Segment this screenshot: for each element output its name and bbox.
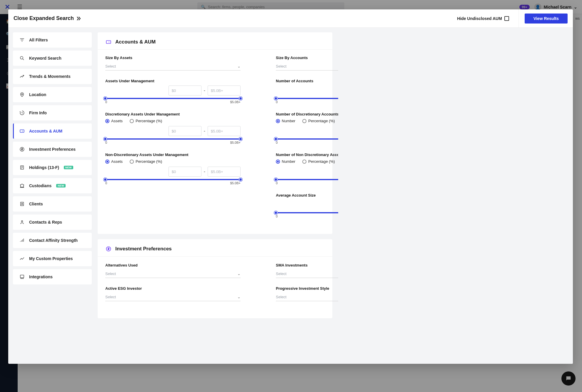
- num-disc-radio-number[interactable]: Number: [276, 119, 295, 123]
- range-dash: -: [204, 88, 205, 93]
- num-ndisc-slider[interactable]: [276, 179, 338, 180]
- holdings-icon: [19, 165, 25, 170]
- sidebar-item-affinity[interactable]: Contact Affinity Strength: [13, 233, 92, 248]
- history-icon: [19, 110, 25, 116]
- card-title: Accounts & AUM: [115, 39, 156, 45]
- slider-min: 0: [105, 141, 107, 144]
- sidebar-item-custom-properties[interactable]: My Custom Properties: [13, 251, 92, 266]
- slider-handle-right[interactable]: [239, 178, 242, 181]
- filter-icon: [19, 37, 25, 43]
- radio-icon: [276, 160, 280, 164]
- sidebar-item-holdings[interactable]: Holdings (13-F) NEW: [13, 160, 92, 175]
- ndisc-radio-assets[interactable]: Assets: [105, 159, 123, 164]
- num-accounts-field: Number of Accounts - 01000+: [276, 79, 338, 104]
- modal-overlay: Close Expanded Search Hide Undisclosed A…: [0, 0, 582, 392]
- size-by-accounts-field: Size By Accounts Select ⌄: [276, 56, 338, 71]
- disc-slider[interactable]: [105, 138, 241, 140]
- sidebar-item-label: Accounts & AUM: [29, 129, 62, 133]
- ndisc-max-input[interactable]: [208, 167, 241, 177]
- divider: [518, 9, 519, 28]
- slider-handle-left[interactable]: [104, 97, 107, 100]
- radio-icon: [105, 160, 109, 164]
- size-by-assets-select[interactable]: Select ⌄: [105, 62, 241, 71]
- filter-sidebar: All Filters Keyword Search Trends & Move…: [8, 28, 96, 364]
- disc-min-input[interactable]: [169, 126, 201, 136]
- slider-handle-right[interactable]: [239, 97, 242, 100]
- sidebar-item-clients[interactable]: Clients: [13, 196, 92, 212]
- field-label: Number of Discretionary Accounts: [276, 112, 338, 116]
- sidebar-item-label: Contacts & Reps: [29, 220, 62, 225]
- num-ndisc-radio-percentage[interactable]: Percentage (%): [302, 159, 335, 164]
- alternatives-used-select[interactable]: Select ⌄: [105, 270, 241, 278]
- ndisc-slider[interactable]: [105, 179, 241, 180]
- sidebar-item-trends[interactable]: Trends & Movements: [13, 69, 92, 84]
- field-label: Alternatives Used: [105, 263, 241, 267]
- slider-handle-left[interactable]: [104, 178, 107, 181]
- sidebar-item-location[interactable]: Location: [13, 87, 92, 102]
- num-ndisc-radio-number[interactable]: Number: [276, 159, 295, 164]
- num-ndisc-field: Number of Non Discretionary Accounts Num…: [276, 153, 338, 185]
- card-header: Investment Preferences: [98, 239, 332, 257]
- ndisc-radio-percentage[interactable]: Percentage (%): [130, 159, 162, 164]
- svg-point-7: [21, 221, 23, 222]
- progressive-style-select[interactable]: Select ⌄: [276, 293, 338, 301]
- sidebar-item-keyword-search[interactable]: Keyword Search: [13, 51, 92, 66]
- avg-size-slider[interactable]: [276, 212, 338, 213]
- slider-min: 0: [105, 181, 107, 185]
- investment-preferences-card: Investment Preferences Alternatives Used…: [98, 239, 332, 318]
- disc-max-input[interactable]: [208, 126, 241, 136]
- num-accounts-slider[interactable]: [276, 98, 338, 99]
- num-disc-slider[interactable]: [276, 138, 338, 140]
- chevron-double-right-icon: [76, 16, 81, 21]
- slider-min: 0: [276, 215, 278, 218]
- hide-aum-label: Hide Undisclosed AUM: [457, 16, 502, 21]
- field-label: Non-Discretionary Assets Under Managemen…: [105, 153, 241, 157]
- aum-max-input[interactable]: [208, 86, 241, 96]
- sma-select[interactable]: Select ⌄: [276, 270, 338, 278]
- sidebar-item-investment-preferences[interactable]: Investment Preferences: [13, 142, 92, 157]
- disc-radio-assets[interactable]: Assets: [105, 119, 123, 123]
- sidebar-item-label: Trends & Movements: [29, 74, 71, 79]
- ndisc-min-input[interactable]: [169, 167, 201, 177]
- accounts-aum-card: Accounts & AUM Size By Assets Select ⌄: [98, 32, 332, 234]
- slider-min: 0: [276, 181, 278, 185]
- disc-radio-percentage[interactable]: Percentage (%): [130, 119, 162, 123]
- clients-icon: [19, 201, 25, 207]
- aum-min-input[interactable]: [169, 86, 201, 96]
- range-dash: -: [204, 169, 205, 174]
- slider-handle-left[interactable]: [274, 97, 278, 100]
- sidebar-item-accounts-aum[interactable]: Accounts & AUM: [13, 123, 92, 139]
- field-label: Active ESG Investor: [105, 286, 241, 291]
- chevron-down-icon: ⌄: [237, 272, 241, 276]
- num-disc-radio-percentage[interactable]: Percentage (%): [302, 119, 335, 123]
- sidebar-item-all-filters[interactable]: All Filters: [13, 32, 92, 48]
- checkbox-icon: [504, 16, 509, 21]
- field-label: SMA Investments: [276, 263, 338, 267]
- slider-handle-left[interactable]: [274, 137, 278, 141]
- close-expanded-search[interactable]: Close Expanded Search: [14, 15, 81, 21]
- aum-field: Assets Under Management - 0$5.0B+: [105, 79, 241, 104]
- aum-slider[interactable]: [105, 98, 241, 99]
- select-placeholder: Select: [105, 64, 116, 68]
- dollar-icon: [19, 146, 25, 152]
- radio-icon: [302, 119, 306, 123]
- sidebar-item-integrations[interactable]: Integrations: [13, 269, 92, 284]
- radio-icon: [302, 160, 306, 164]
- hide-undisclosed-aum-toggle[interactable]: Hide Undisclosed AUM: [457, 16, 509, 21]
- radio-icon: [130, 160, 134, 164]
- sidebar-item-label: Keyword Search: [29, 56, 61, 61]
- slider-handle-left[interactable]: [274, 178, 278, 181]
- slider-handle-left[interactable]: [274, 211, 278, 215]
- radio-icon: [276, 119, 280, 123]
- size-by-accounts-select[interactable]: Select ⌄: [276, 62, 338, 71]
- view-results-button[interactable]: View Results: [525, 14, 568, 24]
- sidebar-item-contacts-reps[interactable]: Contacts & Reps: [13, 215, 92, 230]
- slider-handle-right[interactable]: [239, 137, 242, 141]
- sidebar-item-custodians[interactable]: Custodians NEW: [13, 178, 92, 193]
- esg-select[interactable]: Select ⌄: [105, 293, 241, 301]
- integrations-icon: [19, 274, 25, 280]
- sidebar-item-firm-info[interactable]: Firm Info: [13, 105, 92, 120]
- sidebar-item-label: Contact Affinity Strength: [29, 238, 78, 243]
- card-header: Accounts & AUM: [98, 32, 332, 50]
- slider-handle-left[interactable]: [104, 137, 107, 141]
